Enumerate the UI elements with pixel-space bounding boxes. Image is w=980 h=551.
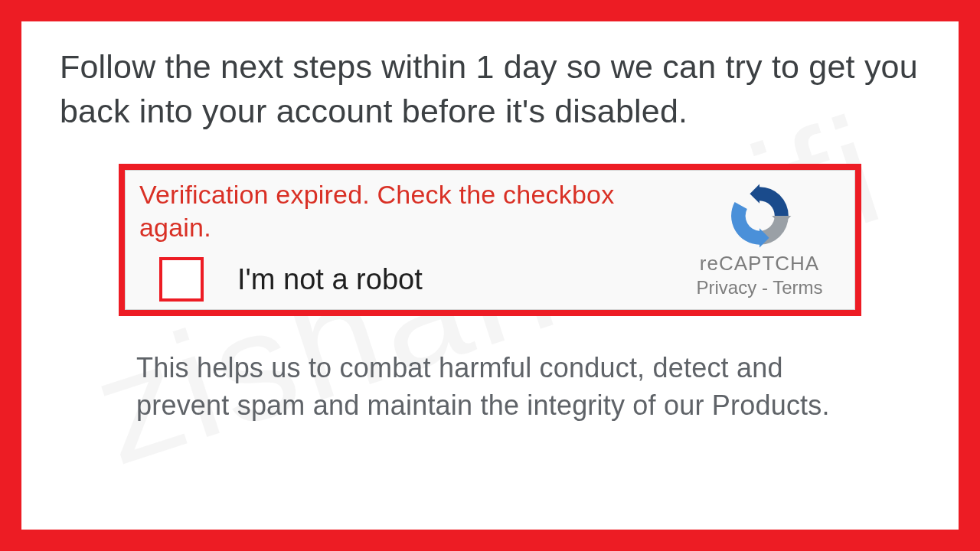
recaptcha-link-separator: - [756,277,773,298]
recaptcha-terms-link[interactable]: Terms [773,277,822,298]
recaptcha-brand-text: reCAPTCHA [700,252,819,276]
recaptcha-legal-links: Privacy - Terms [697,277,823,298]
recaptcha-error-text: Verification expired. Check the checkbox… [139,178,668,243]
recaptcha-checkbox-row: I'm not a robot [139,257,668,302]
recaptcha-left: Verification expired. Check the checkbox… [139,178,683,302]
highlight-frame: zishan saifi Follow the next steps withi… [0,0,980,551]
recaptcha-label: I'm not a robot [237,263,423,296]
svg-marker-0 [750,184,760,204]
recaptcha-privacy-link[interactable]: Privacy [697,277,757,298]
content-area: zishan saifi Follow the next steps withi… [21,44,959,551]
recaptcha-logo-icon [721,181,798,250]
recaptcha-widget: Verification expired. Check the checkbox… [125,170,855,310]
recaptcha-highlight-box: Verification expired. Check the checkbox… [119,164,861,316]
recaptcha-checkbox[interactable] [159,257,204,302]
recaptcha-branding: reCAPTCHA Privacy - Terms [683,181,836,298]
disclaimer-text: This helps us to combat harmful conduct,… [60,350,920,424]
instruction-text: Follow the next steps within 1 day so we… [60,44,920,133]
